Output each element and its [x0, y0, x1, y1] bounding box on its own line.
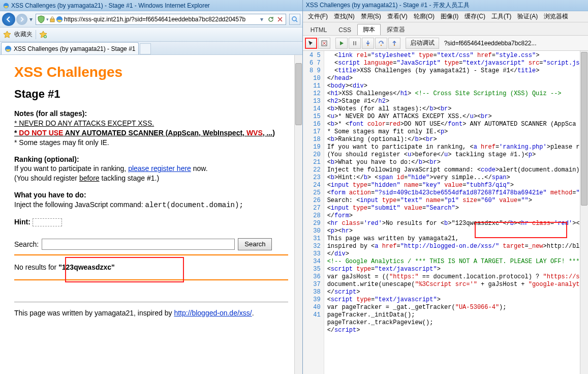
browser-tab-active[interactable]: XSS Challenges (by yamagata21) - Stage #…: [1, 42, 139, 54]
cursor-icon: [308, 40, 314, 46]
line-gutter: 4 5 6 7 8 9 10 11 12 13 14 15 16 17 18 1…: [303, 51, 324, 374]
stop-button[interactable]: [275, 15, 285, 24]
search-input[interactable]: [42, 239, 235, 250]
footer-link[interactable]: http://blogged-on.de/xss/: [174, 309, 252, 317]
nav-history-dropdown[interactable]: ▾: [28, 13, 34, 26]
devtools-tabs: HTML CSS 脚本 探查器: [303, 22, 588, 36]
svg-rect-7: [353, 41, 354, 45]
menu-tools[interactable]: 工具(T): [488, 12, 514, 21]
start-debug-button[interactable]: 启动调试: [406, 38, 439, 49]
browser-tab-label: XSS Challenges (by yamagata21) - Stage #…: [14, 45, 135, 52]
search-label: Search:: [14, 240, 39, 248]
ie-browser-window: XSS Challenges (by yamagata21) - Stage #…: [0, 0, 303, 374]
menu-view[interactable]: 查看(V): [384, 12, 411, 21]
address-dropdown[interactable]: ▾: [257, 15, 266, 24]
note-3: * Some stages may fit only IE.: [14, 138, 288, 148]
hr-bottom: [14, 279, 288, 280]
favorites-star-icon[interactable]: [3, 31, 11, 39]
tab-strip: XSS Challenges (by yamagata21) - Stage #…: [0, 42, 302, 55]
svg-point-10: [380, 44, 381, 45]
new-tab-button[interactable]: [140, 43, 151, 54]
hr-top: [14, 254, 288, 255]
svg-point-11: [393, 44, 394, 45]
devtools-window: XSS Challenges (by yamagata21) - Stage #…: [303, 0, 588, 374]
code-lines[interactable]: <link rel="stylesheet" type="text/css" h…: [324, 51, 588, 374]
forward-button[interactable]: [16, 14, 27, 25]
code-scrollbar[interactable]: [580, 51, 588, 374]
menu-file[interactable]: 文件(F): [305, 12, 331, 21]
step-into-button[interactable]: [362, 38, 374, 49]
menu-disable[interactable]: 禁用(S): [358, 12, 384, 21]
address-bar-icons: ▾: [37, 15, 63, 23]
ranking-line: If you want to participate in ranking, p…: [14, 164, 288, 174]
clear-icon: [321, 40, 327, 46]
step-out-button[interactable]: [388, 38, 400, 49]
svg-point-9: [367, 44, 368, 45]
clear-console-button[interactable]: [318, 38, 330, 49]
security-shield-icon[interactable]: [37, 15, 45, 23]
add-favorite-icon[interactable]: [39, 31, 47, 39]
tab-css[interactable]: CSS: [333, 24, 357, 35]
ie-nav-bar: ▾ ▾ https://xss-quiz.int21h.jp/?sid=f665…: [0, 11, 302, 27]
ranking-heading: Ranking (optional):: [14, 155, 79, 163]
search-provider-button[interactable]: [289, 14, 300, 25]
refresh-icon: [268, 16, 274, 22]
favorites-label[interactable]: 收藏夹: [14, 30, 33, 39]
menu-browsermode[interactable]: 浏览器模: [541, 12, 571, 21]
tab-html[interactable]: HTML: [305, 24, 333, 35]
stop-icon: [277, 17, 283, 22]
page-content: XSS Challenges Stage #1 Notes (for all s…: [0, 55, 302, 374]
devtools-title: XSS Challenges (by yamagata21) - Stage #…: [306, 1, 470, 10]
page-scrollbar[interactable]: [294, 55, 302, 374]
back-button[interactable]: [2, 13, 15, 26]
devtools-titlebar: XSS Challenges (by yamagata21) - Stage #…: [303, 0, 588, 11]
search-button[interactable]: Search: [238, 238, 272, 250]
tab-profiler[interactable]: 探查器: [381, 24, 411, 35]
register-link[interactable]: please register here: [128, 164, 191, 172]
tab-script[interactable]: 脚本: [357, 24, 381, 35]
no-results-line: No results for "123qweasdzxc": [14, 260, 288, 275]
ie-logo-icon: [3, 3, 9, 9]
search-row: Search: Search: [14, 238, 288, 250]
menu-image[interactable]: 图像(I): [438, 12, 461, 21]
ie-page-icon: [56, 16, 63, 23]
select-element-button[interactable]: [305, 38, 317, 49]
address-url[interactable]: https://xss-quiz.int21h.jp/?sid=f6654641…: [64, 16, 257, 23]
step-over-button[interactable]: [375, 38, 387, 49]
note-1: * NEVER DO ANY ATTACKS EXCEPT XSS.: [14, 119, 154, 127]
ie-page-icon: [5, 45, 12, 52]
step-into-icon: [365, 40, 371, 46]
continue-button[interactable]: [335, 38, 348, 49]
ie-titlebar: XSS Challenges (by yamagata21) - Stage #…: [0, 0, 302, 11]
svg-rect-1: [50, 19, 54, 22]
step-out-icon: [391, 40, 397, 46]
refresh-button[interactable]: [266, 15, 275, 24]
script-selector[interactable]: ?sid=f6654641eeddebba7bc822...: [444, 40, 537, 47]
step-over-icon: [378, 40, 384, 46]
address-bar[interactable]: ▾ https://xss-quiz.int21h.jp/?sid=f66546…: [36, 14, 286, 25]
hint-row: Hint:: [14, 217, 288, 227]
devtools-menubar: 文件(F) 查找(N) 禁用(S) 查看(V) 轮廓(O) 图像(I) 缓存(C…: [303, 11, 588, 22]
search-icon: [291, 16, 298, 23]
page-h2: Stage #1: [14, 88, 288, 101]
page-h1: XSS Challenges: [14, 64, 288, 80]
note-2: * DO NOT USE ANY AUTOMATED SCANNER (AppS…: [14, 129, 275, 137]
pause-icon: [352, 41, 357, 46]
code-area: 4 5 6 7 8 9 10 11 12 13 14 15 16 17 18 1…: [303, 51, 588, 374]
todo-heading: What you have to do:: [14, 191, 86, 199]
notes-heading: Notes (for all stages):: [14, 109, 87, 118]
favorites-bar: 收藏夹: [0, 27, 302, 42]
menu-cache[interactable]: 缓存(C): [461, 12, 488, 21]
menu-find[interactable]: 查找(N): [331, 12, 358, 21]
arrow-right-icon: [19, 17, 24, 22]
menu-outline[interactable]: 轮廓(O): [411, 12, 438, 21]
arrow-left-icon: [6, 16, 12, 22]
pause-button[interactable]: [349, 38, 361, 49]
todo-line: Inject the following JavaScript command:…: [14, 200, 288, 210]
menu-validate[interactable]: 验证(A): [514, 12, 541, 21]
shield-dropdown-icon[interactable]: ▾: [46, 17, 49, 22]
footer-line: This page was written by yamagata21, ins…: [14, 305, 288, 318]
play-icon: [339, 41, 344, 46]
hr-footer: [14, 302, 288, 302]
svg-rect-8: [355, 41, 356, 45]
